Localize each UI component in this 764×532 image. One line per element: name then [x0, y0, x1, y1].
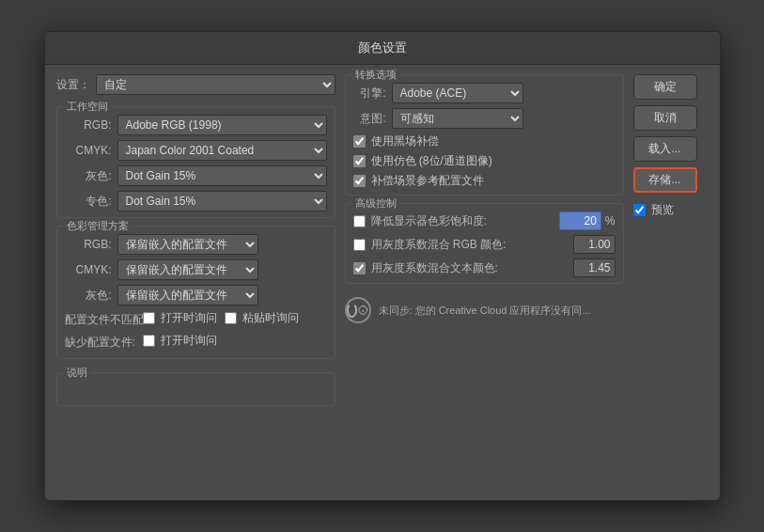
- blend-text-label: 用灰度系数混合文本颜色:: [371, 260, 568, 276]
- mismatch-open-checkbox[interactable]: [143, 312, 155, 324]
- gray-label: 灰色:: [65, 168, 112, 184]
- load-button[interactable]: 载入...: [633, 136, 697, 162]
- rgb-select[interactable]: Adobe RGB (1998): [117, 115, 327, 135]
- explanation-box: 说明: [56, 372, 335, 406]
- mismatch-paste-checkbox[interactable]: [225, 312, 237, 324]
- intent-label: 意图:: [353, 111, 386, 127]
- cm-gray-label: 灰色:: [65, 288, 112, 304]
- spot-select[interactable]: Dot Gain 15%: [117, 191, 327, 211]
- preview-label: 预览: [651, 202, 674, 218]
- rgb-label: RGB:: [65, 118, 112, 132]
- gray-row: 灰色: Dot Gain 15%: [65, 165, 327, 186]
- action-panel: 确定 取消 载入... 存储... 预览: [633, 74, 709, 491]
- explanation-title: 说明: [63, 366, 91, 380]
- desaturate-label: 降低显示器色彩饱和度:: [371, 213, 554, 229]
- dither-label: 使用仿色 (8位/通道图像): [371, 153, 492, 169]
- rgb-row: RGB: Adobe RGB (1998): [65, 115, 327, 135]
- gray-select[interactable]: Dot Gain 15%: [117, 165, 327, 186]
- blend-rgb-checkbox[interactable]: [353, 239, 366, 251]
- spot-label: 专色:: [65, 194, 112, 210]
- blend-text-input[interactable]: [573, 258, 616, 277]
- mismatch-paste-row: 粘贴时询问: [225, 310, 299, 326]
- blend-rgb-label: 用灰度系数混合 RGB 颜色:: [371, 237, 568, 253]
- desaturate-row: 降低显示器色彩饱和度: %: [353, 211, 616, 230]
- advanced-section: 高级控制 降低显示器色彩饱和度: % 用灰度系数混合 RGB 颜色:: [345, 203, 624, 284]
- dither-row: 使用仿色 (8位/通道图像): [353, 153, 616, 169]
- cm-cmyk-row: CMYK: 保留嵌入的配置文件: [65, 259, 327, 280]
- missing-label: 缺少配置文件:: [65, 335, 135, 351]
- percent-label: %: [605, 214, 616, 227]
- black-point-row: 使用黑场补偿: [353, 133, 616, 149]
- left-panel: 设置： 自定 工作空间 RGB: Adobe RGB (1998) CMYK:: [56, 74, 335, 491]
- spot-row: 专色: Dot Gain 15%: [65, 191, 327, 211]
- mismatch-label: 配置文件不匹配:: [65, 312, 135, 328]
- settings-row: 设置： 自定: [56, 74, 335, 95]
- cm-rgb-select[interactable]: 保留嵌入的配置文件: [117, 234, 258, 255]
- desaturate-checkbox[interactable]: [353, 215, 366, 227]
- ok-button[interactable]: 确定: [633, 74, 697, 100]
- missing-open-checkbox[interactable]: [143, 335, 155, 347]
- mismatch-paste-label: 粘贴时询问: [242, 310, 299, 326]
- sync-row: 未同步: 您的 Creative Cloud 应用程序没有同...: [345, 291, 624, 329]
- cm-gray-row: 灰色: 保留嵌入的配置文件: [65, 285, 327, 305]
- mismatch-open-label: 打开时询问: [161, 310, 217, 326]
- convert-options-title: 转换选项: [351, 68, 400, 82]
- cm-cmyk-label: CMYK:: [65, 263, 112, 276]
- right-panel: 转换选项 引擎: Adobe (ACE) 意图: 可感知: [345, 74, 624, 491]
- mismatch-open-row: 打开时询问: [143, 310, 217, 326]
- sync-icon: [345, 297, 371, 323]
- blend-rgb-row: 用灰度系数混合 RGB 颜色:: [353, 235, 616, 254]
- cm-rgb-label: RGB:: [65, 238, 112, 251]
- intent-select[interactable]: 可感知: [392, 108, 523, 129]
- cmyk-row: CMYK: Japan Color 2001 Coated: [65, 140, 327, 161]
- engine-select[interactable]: Adobe (ACE): [392, 83, 523, 103]
- advanced-title: 高级控制: [351, 196, 400, 211]
- cancel-button[interactable]: 取消: [633, 105, 697, 131]
- intent-row: 意图: 可感知: [353, 108, 616, 129]
- compensate-checkbox[interactable]: [353, 175, 366, 187]
- dither-checkbox[interactable]: [353, 155, 366, 167]
- cm-rgb-row: RGB: 保留嵌入的配置文件: [65, 234, 327, 255]
- engine-row: 引擎: Adobe (ACE): [353, 83, 616, 103]
- mismatch-row: 配置文件不匹配: 打开时询问 粘贴时询问: [65, 310, 327, 330]
- workspace-section: 工作空间 RGB: Adobe RGB (1998) CMYK: Japan C…: [56, 106, 335, 218]
- engine-label: 引擎:: [353, 86, 386, 102]
- desaturate-input[interactable]: [559, 211, 601, 230]
- cmyk-select[interactable]: Japan Color 2001 Coated: [117, 140, 327, 161]
- mismatch-checks: 打开时询问 粘贴时询问: [143, 310, 299, 330]
- color-management-section: 色彩管理方案 RGB: 保留嵌入的配置文件 CMYK: 保留嵌入的配置文件: [56, 226, 335, 359]
- color-management-title: 色彩管理方案: [63, 219, 133, 233]
- black-point-label: 使用黑场补偿: [371, 133, 439, 149]
- cm-gray-select[interactable]: 保留嵌入的配置文件: [117, 285, 258, 305]
- save-button[interactable]: 存储...: [633, 167, 697, 193]
- convert-options-section: 转换选项 引擎: Adobe (ACE) 意图: 可感知: [345, 74, 624, 196]
- compensate-label: 补偿场景参考配置文件: [371, 173, 484, 189]
- sync-text: 未同步: 您的 Creative Cloud 应用程序没有同...: [379, 304, 591, 318]
- workspace-title: 工作空间: [63, 100, 112, 114]
- cm-cmyk-select[interactable]: 保留嵌入的配置文件: [117, 259, 258, 280]
- blend-text-row: 用灰度系数混合文本颜色:: [353, 258, 616, 277]
- missing-row: 缺少配置文件: 打开时询问: [65, 333, 327, 352]
- black-point-checkbox[interactable]: [353, 135, 366, 148]
- settings-label: 设置：: [56, 77, 90, 93]
- color-settings-dialog: 颜色设置 设置： 自定 工作空间 RGB: Adobe RGB (1998): [44, 31, 721, 501]
- cmyk-label: CMYK:: [65, 144, 112, 157]
- missing-open-row: 打开时询问: [143, 333, 217, 349]
- settings-select[interactable]: 自定: [96, 74, 335, 95]
- blend-rgb-input[interactable]: [573, 235, 616, 254]
- preview-checkbox[interactable]: [633, 204, 646, 216]
- blend-text-checkbox[interactable]: [353, 262, 366, 274]
- dialog-title: 颜色设置: [45, 32, 720, 65]
- compensate-row: 补偿场景参考配置文件: [353, 173, 616, 189]
- preview-row: 预览: [633, 202, 709, 218]
- missing-open-label: 打开时询问: [161, 333, 217, 349]
